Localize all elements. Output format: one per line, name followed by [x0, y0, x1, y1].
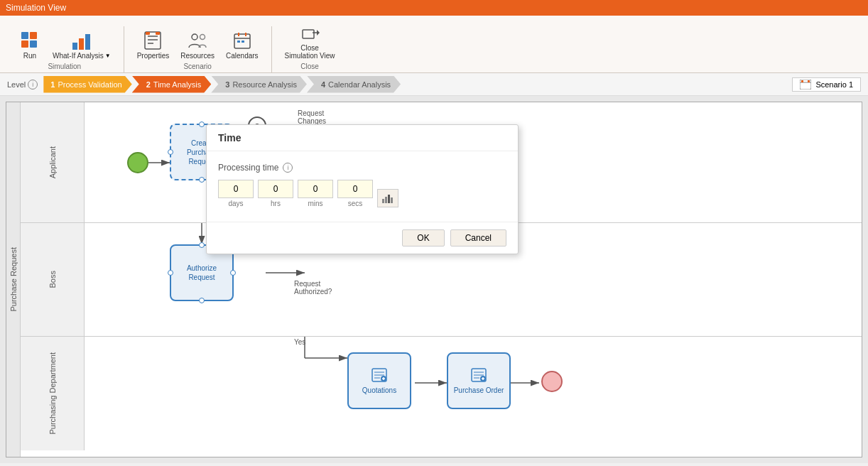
properties-button[interactable]: Properties	[133, 28, 174, 61]
resources-button[interactable]: Resources	[176, 28, 219, 61]
connector-left	[168, 149, 173, 155]
connector-top-auth	[199, 242, 205, 248]
run-button[interactable]: Run	[14, 28, 45, 61]
ribbon-group-simulation: Run What-If Analysis ▼	[6, 26, 124, 72]
scenario-name: Scenario 1	[815, 80, 853, 89]
secs-input[interactable]	[337, 180, 373, 198]
hrs-label: hrs	[271, 200, 281, 207]
svg-rect-56	[388, 195, 390, 203]
svg-point-13	[192, 34, 197, 40]
hrs-input-group: hrs	[258, 180, 293, 207]
resources-icon	[186, 29, 209, 52]
svg-rect-5	[79, 38, 84, 50]
quotations-label: Quotations	[362, 386, 396, 394]
what-if-icon	[70, 29, 93, 52]
level-info-icon[interactable]: i	[28, 80, 38, 90]
ribbon-group-close: CloseSimulation View Close	[272, 18, 348, 72]
svg-rect-12	[156, 32, 160, 35]
properties-label: Properties	[137, 52, 170, 60]
dialog-body: Processing time i days hrs mins	[207, 151, 518, 222]
svg-rect-57	[391, 197, 393, 203]
outer-label-container: Purchase Request	[6, 102, 21, 457]
close-simulation-button[interactable]: CloseSimulation View	[281, 20, 340, 61]
title-bar: Simulation View	[0, 0, 868, 16]
secs-input-group: secs	[337, 180, 373, 207]
what-if-dropdown-icon: ▼	[105, 53, 111, 59]
hrs-input[interactable]	[258, 180, 293, 198]
purchasing-label-container: Purchasing Department	[21, 337, 85, 450]
scenario-icon	[800, 80, 811, 90]
step-2[interactable]: 2 Time Analysis	[132, 76, 212, 93]
dialog-title: Time	[207, 125, 518, 151]
svg-rect-21	[303, 30, 314, 38]
svg-rect-11	[146, 32, 150, 35]
connector-left-auth	[168, 270, 173, 276]
applicant-label-container: Applicant	[21, 102, 85, 222]
connector-right-auth	[230, 270, 236, 276]
applicant-label: Applicant	[48, 146, 57, 178]
processing-time-info-icon[interactable]: i	[283, 163, 293, 173]
properties-icon	[141, 29, 164, 52]
svg-rect-19	[237, 40, 240, 43]
request-changes-label: RequestChanges	[298, 109, 326, 125]
time-dialog: Time Processing time i days hrs mins	[206, 124, 519, 254]
calendars-button[interactable]: Calendars	[222, 28, 263, 61]
level-label: Level i	[7, 80, 38, 90]
breadcrumb-nav: Level i 1 Process Validation 2 Time Anal…	[0, 73, 868, 96]
authorize-label: AuthorizeRequest	[184, 261, 219, 285]
yes-label: Yes	[294, 338, 305, 346]
svg-rect-27	[808, 80, 810, 82]
end-node	[541, 371, 563, 392]
boss-label-container: Boss	[21, 223, 85, 336]
mins-input-group: mins	[298, 180, 333, 207]
purchase-order-icon	[471, 368, 487, 384]
distribution-button[interactable]	[377, 189, 398, 207]
purchasing-content: Yes	[85, 337, 862, 450]
ribbon-group-scenario: Properties Resources	[124, 26, 272, 72]
scenario-group-label: Scenario	[183, 61, 211, 72]
time-inputs: days hrs mins secs	[218, 180, 506, 207]
step-1[interactable]: 1 Process Validation	[43, 76, 131, 93]
boss-label: Boss	[48, 271, 57, 288]
purchase-order-node[interactable]: Purchase Order	[447, 352, 511, 409]
svg-rect-26	[801, 80, 803, 82]
svg-rect-0	[21, 32, 28, 39]
mins-input[interactable]	[298, 180, 333, 198]
step-4[interactable]: 4 Calendar Analysis	[307, 76, 401, 93]
resources-label: Resources	[180, 52, 215, 60]
request-authorized-label: RequestAuthorized?	[294, 280, 332, 296]
purchasing-lane: Purchasing Department	[21, 337, 862, 450]
quotations-node[interactable]: Quotations	[347, 352, 411, 409]
mins-label: mins	[308, 200, 322, 207]
svg-point-14	[200, 35, 205, 40]
purchase-order-label: Purchase Order	[454, 386, 504, 394]
outer-label: Purchase Request	[9, 247, 18, 312]
distribution-icon	[382, 193, 394, 203]
connector-top	[199, 121, 205, 127]
svg-marker-23	[317, 30, 320, 36]
days-label: days	[228, 200, 243, 207]
svg-rect-4	[72, 43, 77, 50]
connector-bottom-auth	[199, 298, 205, 303]
calendars-label: Calendars	[226, 52, 259, 60]
days-input-group: days	[218, 180, 254, 207]
days-input[interactable]	[218, 180, 254, 198]
ok-button[interactable]: OK	[402, 229, 444, 246]
step-3[interactable]: 3 Resource Analysis	[211, 76, 307, 93]
close-sim-icon	[298, 21, 321, 44]
dialog-footer: OK Cancel	[207, 222, 518, 254]
svg-rect-6	[85, 34, 90, 50]
purchasing-label: Purchasing Department	[48, 352, 57, 435]
calendars-icon	[231, 29, 254, 52]
what-if-button[interactable]: What-If Analysis ▼	[48, 28, 115, 61]
cancel-button[interactable]: Cancel	[450, 229, 506, 246]
simulation-group-label: Simulation	[48, 61, 81, 72]
quotations-icon	[371, 368, 387, 384]
processing-time-label: Processing time i	[218, 163, 506, 173]
close-sim-label: CloseSimulation View	[285, 44, 335, 60]
ribbon: Run What-If Analysis ▼	[0, 16, 868, 73]
connector-bottom	[199, 177, 205, 183]
what-if-label: What-If Analysis	[53, 52, 104, 60]
run-icon	[18, 29, 41, 52]
svg-rect-3	[30, 40, 37, 48]
